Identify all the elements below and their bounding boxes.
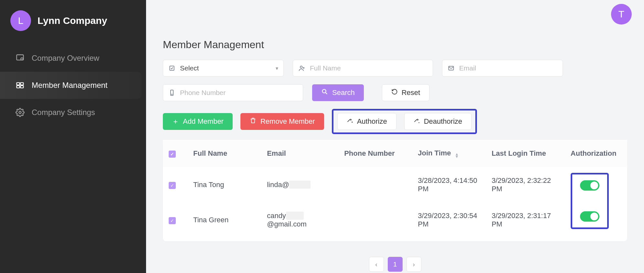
svg-point-8 [300, 66, 302, 68]
svg-rect-5 [20, 86, 23, 88]
trash-icon [249, 117, 257, 126]
authorize-button[interactable]: Authorize [337, 113, 396, 130]
col-fullname: Full Name [187, 140, 261, 167]
chevron-down-icon: ▾ [276, 65, 278, 71]
col-login: Last Login Time [486, 140, 565, 167]
sort-icon: ▲▼ [455, 153, 459, 158]
select-all-checkbox[interactable]: ✓ [169, 151, 176, 158]
filter-row-2: Search Reset [163, 84, 627, 101]
col-phone: Phone Number [338, 140, 412, 167]
authorization-toggle[interactable] [580, 180, 599, 191]
svg-rect-4 [17, 86, 20, 88]
add-member-label: Add Member [183, 117, 224, 126]
deauthorize-icon [414, 117, 420, 126]
svg-rect-2 [17, 83, 20, 85]
email-field-wrap [442, 60, 563, 77]
sidebar-item-company-overview[interactable]: Company Overview [0, 45, 146, 72]
chevron-left-icon: ‹ [375, 261, 377, 268]
phone-field-wrap [163, 84, 303, 101]
role-select[interactable]: Select ▾ [163, 60, 284, 77]
authorize-icon [347, 117, 353, 126]
chevron-right-icon: › [413, 261, 415, 268]
company-header: L Lynn Company [0, 8, 146, 45]
col-email: Email [261, 140, 338, 167]
checkbox-icon [168, 65, 175, 71]
svg-rect-3 [20, 83, 23, 85]
sidebar: L Lynn Company Company Overview Member M… [0, 0, 146, 273]
row-checkbox[interactable]: ✓ [169, 182, 176, 189]
col-join[interactable]: Join Time ▲▼ [412, 140, 486, 167]
sidebar-item-label: Member Management [32, 81, 108, 90]
action-row: ＋ Add Member Remove Member Authorize Dea… [163, 109, 627, 134]
person-icon [298, 65, 305, 71]
add-member-button[interactable]: ＋ Add Member [163, 113, 233, 130]
gear-icon [16, 108, 25, 117]
pagination: ‹ 1 › [163, 257, 627, 272]
authorize-highlight: Authorize Deauthorize [332, 109, 477, 134]
phone-icon [168, 89, 175, 96]
col-auth: Authorization [565, 140, 627, 167]
sidebar-item-label: Company Settings [32, 108, 95, 117]
authorization-highlight [571, 173, 609, 229]
company-avatar: L [10, 10, 31, 31]
table-row: ✓ Tina Tong linda@xxxxxx 3/28/2023, 4:14… [163, 167, 627, 202]
row-checkbox[interactable]: ✓ [169, 217, 176, 224]
next-page-button[interactable]: › [406, 257, 421, 272]
svg-point-11 [172, 94, 172, 95]
svg-point-1 [21, 58, 23, 60]
deauthorize-label: Deauthorize [424, 117, 462, 126]
user-avatar[interactable]: T [611, 4, 632, 25]
page-number-button[interactable]: 1 [388, 257, 403, 272]
remove-member-label: Remove Member [260, 117, 315, 126]
svg-rect-7 [170, 66, 174, 70]
dashboard-icon [16, 54, 25, 63]
page-title: Member Management [163, 39, 627, 51]
remove-member-button[interactable]: Remove Member [240, 113, 324, 130]
authorize-label: Authorize [357, 117, 387, 126]
col-join-label: Join Time [418, 149, 451, 157]
sidebar-item-company-settings[interactable]: Company Settings [0, 99, 146, 126]
cell-fullname: Tina Green [187, 202, 261, 237]
prev-page-button[interactable]: ‹ [369, 257, 384, 272]
filter-row-1: Select ▾ [163, 60, 627, 77]
members-icon [16, 81, 25, 90]
company-name: Lynn Company [37, 15, 107, 26]
cell-email: linda@xxxxxx [261, 167, 338, 202]
reset-button[interactable]: Reset [382, 84, 429, 101]
svg-rect-0 [17, 55, 24, 60]
members-table: ✓ Full Name Email Phone Number Join Time… [163, 140, 627, 237]
search-icon [321, 88, 328, 97]
reset-button-label: Reset [402, 89, 420, 97]
phone-input[interactable] [180, 89, 298, 97]
table-row: ✓ Tina Green candyxxxxx@gmail.com 3/29/2… [163, 202, 627, 237]
fullname-input[interactable] [310, 64, 428, 72]
sidebar-item-label: Company Overview [32, 54, 99, 63]
main-content: T Member Management Select ▾ [146, 0, 644, 273]
members-table-card: ✓ Full Name Email Phone Number Join Time… [163, 140, 627, 241]
mail-icon [448, 65, 455, 71]
fullname-field-wrap [293, 60, 433, 77]
search-button-label: Search [332, 89, 355, 97]
cell-join: 3/28/2023, 4:14:50 PM [412, 167, 486, 202]
cell-email: candyxxxxx@gmail.com [261, 202, 338, 237]
cell-login: 3/29/2023, 2:32:22 PM [486, 167, 565, 202]
svg-point-6 [19, 111, 21, 114]
sidebar-item-member-management[interactable]: Member Management [0, 72, 142, 99]
plus-icon: ＋ [172, 117, 179, 126]
reset-icon [391, 89, 398, 97]
cell-join: 3/29/2023, 2:30:54 PM [412, 202, 486, 237]
cell-phone [338, 167, 412, 202]
cell-fullname: Tina Tong [187, 167, 261, 202]
svg-point-12 [322, 89, 326, 93]
select-placeholder: Select [180, 64, 276, 72]
email-input[interactable] [459, 64, 557, 72]
authorization-toggle[interactable] [580, 211, 599, 222]
search-button[interactable]: Search [312, 84, 364, 101]
cell-login: 3/29/2023, 2:31:17 PM [486, 202, 565, 237]
cell-phone [338, 202, 412, 237]
deauthorize-button[interactable]: Deauthorize [404, 113, 472, 130]
